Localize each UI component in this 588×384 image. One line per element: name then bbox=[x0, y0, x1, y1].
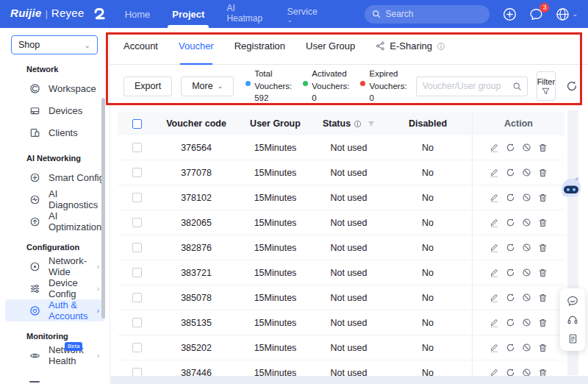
sidebar-item-smart-config[interactable]: Smart Config bbox=[0, 166, 110, 188]
more-button[interactable]: More⌄ bbox=[181, 77, 234, 96]
ai-assistant-mascot[interactable] bbox=[559, 177, 584, 200]
messages-icon[interactable]: 3 bbox=[529, 7, 543, 21]
ban-icon[interactable] bbox=[522, 168, 531, 177]
row-checkbox[interactable] bbox=[132, 293, 142, 302]
renew-icon[interactable] bbox=[506, 343, 515, 352]
info-icon[interactable] bbox=[354, 120, 362, 128]
sidebar-item-devices[interactable]: Devices bbox=[0, 99, 110, 121]
select-all-checkbox[interactable] bbox=[132, 119, 142, 129]
user-group-cell: 15Minutes bbox=[237, 243, 314, 253]
sidebar-item-clients[interactable]: Clients bbox=[0, 121, 110, 143]
global-search-input[interactable] bbox=[385, 9, 482, 19]
delete-icon[interactable] bbox=[538, 218, 548, 228]
edit-icon[interactable] bbox=[490, 318, 499, 328]
search-icon[interactable] bbox=[508, 77, 527, 96]
sidebar-item-device-config[interactable]: Device Config › bbox=[0, 277, 110, 299]
delete-icon[interactable] bbox=[538, 293, 548, 303]
row-checkbox[interactable] bbox=[132, 243, 142, 252]
export-button[interactable]: Export bbox=[123, 77, 172, 96]
nav-item-home[interactable]: Home bbox=[125, 0, 151, 28]
info-icon[interactable] bbox=[437, 42, 445, 51]
edit-icon[interactable] bbox=[490, 268, 499, 278]
edit-icon[interactable] bbox=[490, 193, 499, 203]
tab-registration[interactable]: Registration bbox=[234, 28, 285, 64]
delete-icon[interactable] bbox=[538, 193, 548, 203]
renew-icon[interactable] bbox=[506, 218, 515, 227]
add-project-icon[interactable] bbox=[503, 7, 517, 21]
edit-icon[interactable] bbox=[490, 293, 499, 303]
globe-icon bbox=[556, 7, 570, 21]
renew-icon[interactable] bbox=[506, 168, 515, 177]
ban-icon[interactable] bbox=[522, 268, 531, 277]
row-checkbox[interactable] bbox=[132, 143, 142, 152]
sidebar-scrollbar[interactable] bbox=[101, 98, 105, 319]
row-checkbox[interactable] bbox=[132, 268, 142, 277]
ban-icon[interactable] bbox=[522, 193, 531, 202]
voucher-search-input[interactable] bbox=[417, 81, 508, 91]
nav-item-project[interactable]: Project bbox=[172, 0, 204, 28]
sidebar-item-auth-accounts[interactable]: Auth & Accounts › bbox=[5, 299, 104, 321]
org-selector[interactable]: Shop ⌄ bbox=[11, 35, 98, 54]
renew-icon[interactable] bbox=[506, 293, 515, 302]
delete-icon[interactable] bbox=[538, 343, 548, 353]
filter-button[interactable]: Filter bbox=[537, 71, 556, 101]
stat-activated-vouchers: ActivatedVouchers:0 bbox=[303, 68, 349, 104]
renew-icon[interactable] bbox=[506, 143, 515, 152]
renew-icon[interactable] bbox=[506, 268, 515, 277]
stat-expired-vouchers: ExpiredVouchers:0 bbox=[360, 68, 406, 104]
feedback-icon[interactable] bbox=[567, 333, 578, 344]
tab-account[interactable]: Account bbox=[123, 28, 158, 64]
delete-icon[interactable] bbox=[538, 243, 548, 253]
edit-icon[interactable] bbox=[490, 218, 499, 228]
renew-icon[interactable] bbox=[506, 243, 515, 252]
row-checkbox[interactable] bbox=[132, 168, 142, 177]
ban-icon[interactable] bbox=[522, 218, 531, 227]
delete-icon[interactable] bbox=[538, 168, 548, 178]
delete-icon[interactable] bbox=[538, 268, 548, 278]
ban-icon[interactable] bbox=[522, 143, 531, 152]
status-filter-icon[interactable] bbox=[368, 121, 375, 127]
nav-item-service[interactable]: Service⌄ bbox=[287, 0, 323, 28]
chevron-down-icon: ⌄ bbox=[572, 10, 578, 18]
ban-icon[interactable] bbox=[522, 243, 531, 252]
user-group-cell: 15Minutes bbox=[237, 218, 314, 228]
delete-icon[interactable] bbox=[538, 318, 548, 328]
edit-icon[interactable] bbox=[490, 243, 499, 253]
voucher-toolbar: Export More⌄ TotalVouchers:592 Activated… bbox=[110, 65, 588, 107]
status-cell: Not used bbox=[314, 143, 384, 153]
global-search[interactable] bbox=[365, 5, 490, 24]
sidebar-item-ai-optimization[interactable]: AI Optimization bbox=[0, 210, 110, 232]
tab-e-sharing[interactable]: E-Sharing bbox=[376, 28, 445, 64]
edit-icon[interactable] bbox=[490, 168, 499, 178]
nav-item-ai-heatmap[interactable]: AI Heatmap bbox=[226, 0, 265, 28]
row-checkbox[interactable] bbox=[132, 218, 142, 227]
sidebar-item-network-health[interactable]: Network Health Beta › bbox=[0, 344, 110, 366]
headset-support-icon[interactable] bbox=[567, 314, 578, 326]
row-checkbox[interactable] bbox=[132, 343, 142, 352]
chevron-down-icon: ⌄ bbox=[287, 18, 323, 23]
live-chat-icon[interactable] bbox=[567, 295, 578, 307]
refresh-icon[interactable] bbox=[566, 80, 578, 92]
row-checkbox[interactable] bbox=[132, 318, 142, 327]
sidebar-item-workspace[interactable]: Workspace bbox=[0, 77, 110, 99]
org-selector-value: Shop bbox=[18, 40, 40, 50]
edit-icon[interactable] bbox=[490, 143, 499, 153]
header-disabled: Disabled bbox=[384, 118, 472, 129]
brand-logo[interactable]: Ruijie | Reyee bbox=[10, 7, 107, 21]
language-selector[interactable]: ⌄ bbox=[556, 7, 578, 21]
activated-vouchers-value: 0 bbox=[312, 92, 349, 104]
ban-icon[interactable] bbox=[522, 318, 531, 327]
renew-icon[interactable] bbox=[506, 193, 515, 202]
ban-icon[interactable] bbox=[522, 293, 531, 302]
tab-voucher[interactable]: Voucher bbox=[179, 28, 214, 64]
renew-icon[interactable] bbox=[506, 318, 515, 327]
sidebar-item-ai-diagnostics[interactable]: AI Diagnostics bbox=[0, 188, 110, 210]
edit-icon[interactable] bbox=[490, 343, 499, 353]
delete-icon[interactable] bbox=[538, 143, 548, 153]
ban-icon[interactable] bbox=[522, 343, 531, 352]
row-actions bbox=[472, 160, 564, 185]
tab-user-group[interactable]: User Group bbox=[306, 28, 355, 64]
section-label-configuration: Configuration bbox=[26, 243, 110, 252]
row-checkbox[interactable] bbox=[132, 193, 142, 202]
sidebar-item-network-wide[interactable]: Network-Wide › bbox=[0, 255, 110, 277]
